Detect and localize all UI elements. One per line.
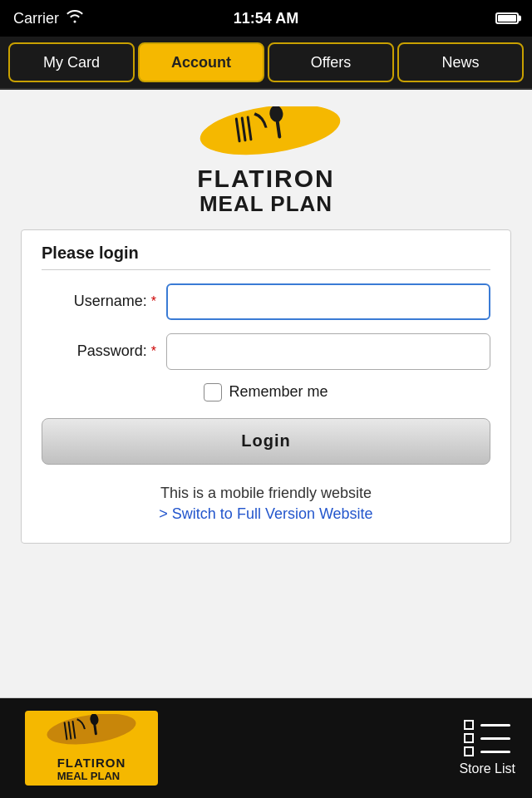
icon-row-2	[464, 733, 510, 743]
remember-row: Remember me	[42, 383, 490, 401]
footer-logo-graphic	[42, 714, 141, 756]
login-button[interactable]: Login	[42, 418, 490, 465]
info-main-text: This is a mobile friendly website	[42, 485, 490, 502]
status-right	[495, 12, 519, 24]
footer-logo-line1: FLATIRON	[57, 756, 126, 770]
list-square-icon	[464, 746, 474, 756]
list-square-icon	[464, 720, 474, 730]
login-section: Please login Username: * Password: * Rem…	[21, 229, 511, 544]
store-list-button[interactable]: Store List	[459, 720, 515, 776]
tab-offers[interactable]: Offers	[268, 42, 394, 82]
password-input[interactable]	[166, 333, 490, 370]
password-label: Password: *	[42, 342, 166, 360]
footer: FLATIRON MEAL PLAN Store List	[0, 698, 532, 798]
logo-graphic	[183, 106, 349, 165]
logo-container: FLATIRON MEAL PLAN	[183, 106, 349, 216]
footer-logo-box: FLATIRON MEAL PLAN	[25, 711, 158, 786]
store-list-label: Store List	[459, 761, 515, 776]
info-text: This is a mobile friendly website > Swit…	[42, 485, 490, 523]
footer-logo-line2: MEAL PLAN	[57, 770, 126, 782]
username-required: *	[151, 294, 156, 308]
list-line-icon	[480, 724, 510, 727]
footer-logo-text: FLATIRON MEAL PLAN	[57, 756, 126, 782]
logo-text: FLATIRON MEAL PLAN	[197, 165, 334, 216]
section-title: Please login	[42, 244, 490, 270]
status-time: 11:54 AM	[234, 10, 298, 27]
list-line-icon	[480, 737, 510, 740]
status-bar: Carrier 11:54 AM	[0, 0, 532, 37]
tab-news[interactable]: News	[397, 42, 524, 82]
username-label: Username: *	[42, 293, 166, 310]
tab-bar: My Card Account Offers News	[0, 37, 532, 90]
remember-label: Remember me	[229, 383, 328, 401]
username-input[interactable]	[166, 283, 490, 320]
status-left: Carrier	[13, 10, 84, 27]
store-list-icon	[464, 720, 510, 756]
tab-account[interactable]: Account	[138, 42, 264, 82]
logo-line2: MEAL PLAN	[197, 192, 334, 216]
remember-checkbox[interactable]	[204, 383, 222, 401]
main-content: FLATIRON MEAL PLAN Please login Username…	[0, 90, 532, 698]
wifi-icon	[66, 10, 84, 27]
username-row: Username: *	[42, 283, 490, 320]
list-square-icon	[464, 733, 474, 743]
logo-line1: FLATIRON	[197, 165, 334, 192]
tab-my-card[interactable]: My Card	[8, 42, 135, 82]
switch-version-link[interactable]: > Switch to Full Version Website	[159, 505, 372, 522]
icon-row-1	[464, 720, 510, 730]
list-line-icon	[480, 751, 510, 753]
battery-icon	[495, 12, 519, 24]
password-row: Password: *	[42, 333, 490, 370]
carrier-label: Carrier	[13, 10, 59, 27]
icon-row-3	[464, 746, 510, 756]
password-required: *	[151, 344, 156, 358]
